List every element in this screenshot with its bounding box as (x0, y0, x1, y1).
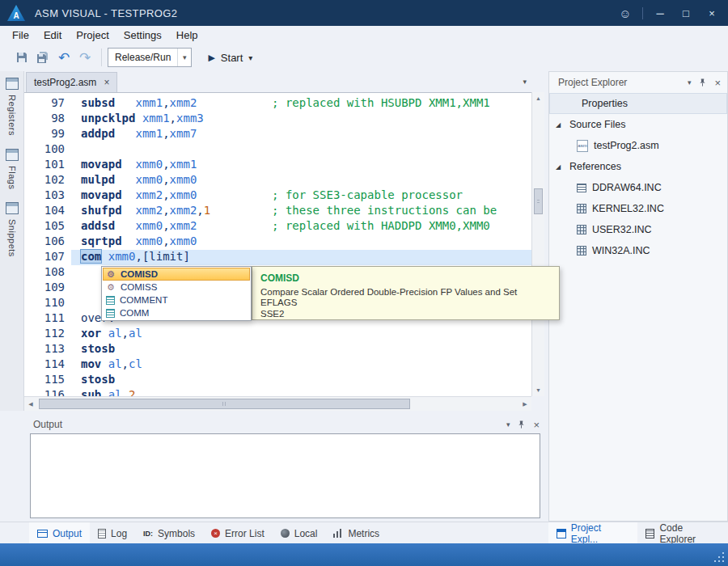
save-button[interactable] (12, 48, 32, 67)
autocomplete-label: COMISS (121, 282, 157, 292)
bottom-tab-metrics[interactable]: Metrics (325, 522, 387, 544)
bottom-tab-label: Symbols (158, 528, 195, 539)
keyword-icon (106, 296, 115, 305)
scroll-right-icon[interactable]: ▶ (518, 397, 531, 411)
bottom-tab-log[interactable]: Log (90, 522, 135, 544)
document-list-icon[interactable]: ▾ (523, 78, 527, 86)
tree-expanded-icon[interactable]: ◢ (556, 163, 564, 171)
start-button[interactable]: ▶ Start ▾ (201, 50, 259, 65)
save-icon (15, 51, 28, 64)
save-all-button[interactable] (33, 48, 53, 67)
project-explorer-title: Project Explorer (558, 77, 627, 88)
close-icon[interactable]: × (714, 77, 721, 89)
code-line-101[interactable]: movapd xmm0,xmm1 (71, 158, 531, 173)
line-number: 97 (24, 96, 65, 112)
minimize-button[interactable]: ─ (647, 7, 673, 19)
code-line-116[interactable]: sub al,2 (71, 388, 531, 396)
explorer-tab-project-expl[interactable]: Project Expl... (548, 522, 637, 544)
code-line-99[interactable]: addpd xmm1,xmm7 (71, 127, 531, 142)
scroll-down-icon[interactable]: ▼ (532, 384, 544, 396)
chevron-down-icon[interactable]: ▾ (688, 78, 692, 87)
menu-help[interactable]: Help (169, 27, 205, 43)
resize-grip[interactable] (722, 560, 724, 562)
tab-close-icon[interactable]: × (104, 77, 109, 88)
code-line-102[interactable]: mulpd xmm0,xmm0 (71, 173, 531, 188)
explorer-tab-code-explorer[interactable]: Code Explorer (637, 522, 728, 544)
autocomplete-item-comment[interactable]: COMMENT (103, 294, 250, 306)
bottom-tab-symbols[interactable]: ID:Symbols (135, 522, 203, 544)
code-line-104[interactable]: shufpd xmm2,xmm2,1 ; these three instruc… (71, 204, 531, 219)
code-line-112[interactable]: xor al,al (71, 327, 531, 342)
gear-icon: ⚙ (106, 270, 116, 279)
logo-letter: A (13, 11, 19, 21)
horizontal-scrollbar-thumb[interactable] (39, 399, 410, 409)
feedback-smiley-icon[interactable]: ☺ (612, 6, 638, 20)
code-line-100[interactable] (71, 142, 531, 158)
side-tab-registers[interactable]: Registers (6, 78, 19, 136)
line-number: 108 (24, 265, 65, 281)
menu-project[interactable]: Project (69, 27, 116, 43)
code-area[interactable]: subsd xmm1,xmm2 ; replaced with HSUBPD X… (71, 96, 531, 396)
editor-area: testProg2.asm × ▾ 9798991001011021031041… (24, 71, 544, 411)
pin-icon[interactable] (517, 420, 526, 429)
code-line-98[interactable]: unpcklpd xmm1,xmm3 (71, 112, 531, 127)
autocomplete-item-comm[interactable]: COMM (103, 306, 250, 319)
maximize-button[interactable]: □ (673, 7, 699, 19)
bottom-tab-error-list[interactable]: ×Error List (203, 522, 273, 544)
bottom-tab-label: Log (111, 528, 127, 539)
tab-testprog2-asm[interactable]: testProg2.asm × (26, 72, 117, 92)
output-content[interactable] (30, 433, 540, 518)
code-line-114[interactable]: mov al,cl (71, 357, 531, 373)
tree-expanded-icon[interactable]: ◢ (556, 121, 564, 129)
autocomplete-item-comiss[interactable]: ⚙COMISS (103, 281, 250, 294)
bottom-tab-output[interactable]: Output (29, 522, 90, 544)
include-file-icon (577, 204, 586, 213)
save-all-icon (36, 51, 49, 64)
start-chevron-down-icon[interactable]: ▾ (248, 53, 252, 62)
line-number-gutter: 9798991001011021031041051061071081091101… (24, 96, 65, 396)
undo-button[interactable]: ↶ (54, 48, 74, 67)
scroll-up-icon[interactable]: ▲ (532, 92, 544, 104)
tree-item-ddraw64-inc[interactable]: DDRAW64.INC (549, 177, 727, 198)
tree-item-references[interactable]: ◢References (549, 156, 727, 177)
line-number: 116 (24, 388, 65, 396)
code-line-103[interactable]: movapd xmm2,xmm0 ; for SSE3-capable proc… (71, 188, 531, 204)
code-line-106[interactable]: sqrtpd xmm0,xmm0 (71, 234, 531, 250)
code-line-105[interactable]: addsd xmm0,xmm2 ; replaced with HADDPD X… (71, 219, 531, 234)
code-line-97[interactable]: subsd xmm1,xmm2 ; replaced with HSUBPD X… (71, 96, 531, 112)
bottom-tab-local[interactable]: Local (273, 522, 326, 544)
explorer-tab-strip: Project Expl...Code Explorer (548, 522, 728, 544)
menu-bar: FileEditProjectSettingsHelp (0, 26, 728, 44)
side-tab-label: Flags (7, 166, 17, 189)
autocomplete-item-comisd[interactable]: ⚙COMISD (103, 268, 250, 281)
tree-item-kernel32-inc[interactable]: KERNEL32.INC (549, 198, 727, 219)
tree-item-properties[interactable]: Properties (549, 93, 727, 114)
code-line-115[interactable]: stosb (71, 373, 531, 388)
chevron-down-icon[interactable]: ▾ (177, 49, 191, 66)
pin-icon[interactable] (698, 78, 707, 87)
side-tab-flags[interactable]: Flags (6, 149, 19, 189)
horizontal-scrollbar[interactable]: ◀ ▶ (24, 396, 531, 411)
menu-file[interactable]: File (5, 27, 36, 43)
vertical-scrollbar-thumb[interactable] (534, 188, 543, 214)
menu-edit[interactable]: Edit (36, 27, 69, 43)
close-icon[interactable]: × (533, 419, 540, 431)
redo-button[interactable]: ↷ (75, 48, 95, 67)
chevron-down-icon[interactable]: ▾ (506, 420, 510, 429)
code-line-113[interactable]: stosb (71, 342, 531, 357)
close-button[interactable]: × (699, 7, 725, 19)
flags-icon (6, 149, 19, 161)
tree-item-user32-inc[interactable]: USER32.INC (549, 219, 727, 240)
editor-viewport[interactable]: 9798991001011021031041051061071081091101… (24, 92, 531, 396)
code-line-107[interactable]: com xmm0,[limit] (71, 250, 531, 265)
bottom-tab-strip: OutputLogID:Symbols×Error ListLocalMetri… (0, 522, 728, 544)
tree-item-source-files[interactable]: ◢Source Files (549, 114, 727, 135)
menu-settings[interactable]: Settings (116, 27, 169, 43)
side-tab-snippets[interactable]: Snippets (6, 202, 19, 257)
tree-item-testprog2-asm[interactable]: asmtestProg2.asm (549, 135, 727, 156)
output-title: Output (33, 419, 62, 430)
scroll-left-icon[interactable]: ◀ (24, 397, 37, 411)
vertical-scrollbar[interactable]: ▲ ▼ (531, 92, 544, 396)
tree-item-win32a-inc[interactable]: WIN32A.INC (549, 240, 727, 261)
configuration-dropdown[interactable]: Release/Run ▾ (108, 48, 192, 67)
